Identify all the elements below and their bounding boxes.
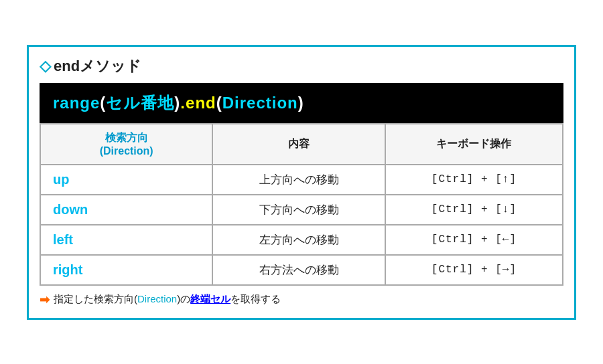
table-row: up 上方向への移動 [Ctrl] + [↑] bbox=[40, 165, 563, 195]
table-body: up 上方向への移動 [Ctrl] + [↑] down 下方向への移動 [Ct… bbox=[40, 165, 563, 285]
card-title: ◇endメソッド bbox=[40, 56, 563, 76]
syntax-method-paren-open: ( bbox=[216, 94, 222, 112]
table-row: right 右方法への移動 [Ctrl] + [→] bbox=[40, 255, 563, 285]
footer-highlight: 終端セル bbox=[190, 293, 230, 304]
direction-up: up bbox=[40, 165, 212, 195]
keyboard-left: [Ctrl] + [←] bbox=[385, 225, 563, 255]
table-row: left 左方向への移動 [Ctrl] + [←] bbox=[40, 225, 563, 255]
keyboard-right: [Ctrl] + [→] bbox=[385, 255, 563, 285]
syntax-paren-open: ( bbox=[100, 94, 106, 112]
syntax-method-paren-close: ) bbox=[298, 94, 304, 112]
syntax-dot-end: .end bbox=[180, 94, 216, 112]
title-text: endメソッド bbox=[54, 58, 141, 74]
header-keyboard: キーボード操作 bbox=[385, 124, 563, 165]
footer-direction-label: Direction bbox=[137, 293, 177, 304]
main-card: ◇endメソッド range(セル番地).end(Direction) 検索方向… bbox=[27, 45, 576, 320]
keyboard-down: [Ctrl] + [↓] bbox=[385, 195, 563, 225]
direction-right: right bbox=[40, 255, 212, 285]
content-up: 上方向への移動 bbox=[212, 165, 385, 195]
table-row: down 下方向への移動 [Ctrl] + [↓] bbox=[40, 195, 563, 225]
footer-text: 指定した検索方向(Direction)の終端セルを取得する bbox=[54, 293, 281, 306]
footer-note: ➡ 指定した検索方向(Direction)の終端セルを取得する bbox=[40, 292, 563, 307]
table-header-row: 検索方向(Direction) 内容 キーボード操作 bbox=[40, 124, 563, 165]
footer-arrow-icon: ➡ bbox=[40, 292, 50, 307]
diamond-icon: ◇ bbox=[40, 58, 51, 74]
content-down: 下方向への移動 bbox=[212, 195, 385, 225]
syntax-bar: range(セル番地).end(Direction) bbox=[40, 83, 563, 123]
method-table: 検索方向(Direction) 内容 キーボード操作 up 上方向への移動 [C… bbox=[40, 123, 563, 286]
header-direction: 検索方向(Direction) bbox=[40, 124, 212, 165]
syntax-cell-addr: セル番地 bbox=[106, 94, 174, 112]
header-content: 内容 bbox=[212, 124, 385, 165]
keyboard-up: [Ctrl] + [↑] bbox=[385, 165, 563, 195]
content-right: 右方法への移動 bbox=[212, 255, 385, 285]
syntax-range: range bbox=[53, 94, 100, 112]
content-left: 左方向への移動 bbox=[212, 225, 385, 255]
direction-down: down bbox=[40, 195, 212, 225]
syntax-direction: Direction bbox=[222, 94, 298, 112]
syntax-paren-close: ) bbox=[174, 94, 180, 112]
direction-left: left bbox=[40, 225, 212, 255]
